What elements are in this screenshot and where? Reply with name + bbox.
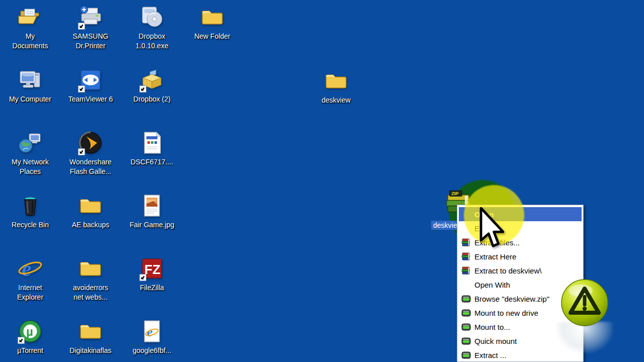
desktop-icon-my-computer[interactable]: My Computer — [2, 67, 58, 104]
desktop-icon-label: avoiderrorsnet webs... — [73, 283, 108, 302]
shortcut-arrow-icon — [78, 23, 85, 30]
menu-item-quick-mount[interactable]: Quick mount — [457, 334, 583, 348]
label-line: DSCF6717.... — [131, 157, 174, 167]
folder-icon — [199, 4, 225, 30]
label-line: net webs... — [73, 293, 108, 302]
menu-item-label: Extract to deskview\ — [474, 266, 541, 275]
menu-item-label: Extract Here — [474, 252, 516, 261]
desktop-icon-utorrent[interactable]: µµTorrent — [2, 318, 58, 355]
image-file-icon — [139, 193, 165, 219]
label-line: Digitakinaflas — [69, 346, 111, 355]
desktop-icon-my-network-places[interactable]: My NetworkPlaces — [2, 130, 58, 176]
virtual-drive-icon — [461, 350, 474, 359]
utorrent-icon: µ — [17, 318, 43, 344]
label-line: Flash Galle... — [69, 167, 112, 176]
desktop-icon-label: AE backups — [72, 220, 110, 230]
label-line: Dr.Printer — [73, 41, 109, 51]
desktop-icon-wondershare-flash-gallery[interactable]: WondershareFlash Galle... — [62, 130, 119, 176]
recycle-icon — [17, 193, 43, 219]
label-line: TeamViewer 6 — [68, 95, 113, 104]
desktop-icon-digitakinaflas[interactable]: Digitakinaflas — [62, 318, 119, 355]
menu-item-label: Browse "deskview.zip" — [474, 295, 549, 303]
menu-item-label: Open With — [474, 281, 510, 289]
desktop-icon-label: My Computer — [9, 95, 51, 104]
svg-text:ZIP: ZIP — [451, 191, 458, 196]
label-line: Wondershare — [69, 157, 112, 167]
label-line: FileZilla — [140, 283, 164, 293]
desktop-icon-ae-backups[interactable]: AE backups — [62, 193, 119, 230]
desktop-icon-dscf6717[interactable]: DSCF6717.... — [124, 130, 180, 167]
desktop-icon-dropbox-installer[interactable]: Dropbox1.0.10.exe — [124, 4, 180, 51]
desktop-icon-label: Digitakinaflas — [69, 346, 111, 355]
menu-item-label: Mount to... — [474, 323, 510, 331]
desktop-icon-avoiderrors-net-website[interactable]: avoiderrorsnet webs... — [62, 255, 119, 302]
menu-item-open[interactable]: Open — [459, 207, 582, 221]
menu-item-label: Extract files... — [474, 238, 520, 247]
label-line: New Folder — [194, 32, 230, 41]
shortcut-arrow-icon — [78, 148, 85, 155]
menu-item-label: Quick mount — [474, 337, 517, 345]
desktop-icon-my-documents[interactable]: MyDocuments — [2, 4, 58, 51]
label-line: Dropbox (2) — [133, 95, 171, 104]
menu-item-extract-files[interactable]: Extract files... — [457, 235, 583, 249]
label-line: avoiderrors — [73, 283, 108, 293]
label-line: Fair Game.jpg — [130, 220, 175, 230]
folder-icon — [323, 68, 349, 94]
desktop-icon-label: Fair Game.jpg — [130, 220, 175, 230]
desktop-icon-new-folder[interactable]: New Folder — [184, 4, 240, 41]
winrar-archive-icon — [461, 238, 474, 247]
label-line: My — [13, 32, 48, 41]
virtual-drive-icon — [461, 308, 474, 317]
desktop-icon-label: µTorrent — [17, 346, 43, 355]
desktop-icon-label: New Folder — [194, 32, 230, 41]
virtual-drive-icon — [461, 294, 474, 303]
desktop-icon-fair-game-jpg[interactable]: Fair Game.jpg — [124, 193, 180, 230]
menu-item-extract-to-deskview[interactable]: Extract to deskview\ — [457, 263, 583, 278]
menu-item-spacer — [461, 280, 474, 289]
winrar-archive-icon — [461, 266, 474, 275]
menu-item-extract[interactable]: Extract ... — [457, 348, 583, 362]
desktop-icon-label: My NetworkPlaces — [12, 157, 49, 176]
dropbox-open-icon — [139, 67, 165, 93]
menu-item-extract-here[interactable]: Extract Here — [457, 249, 583, 263]
menu-item-explore[interactable]: Explore — [457, 221, 583, 235]
desktop-icon-label: deskview — [321, 96, 351, 105]
label-line: 1.0.10.exe — [135, 41, 168, 51]
svg-text:µ: µ — [26, 325, 33, 338]
label-line: Documents — [13, 41, 48, 51]
desktop-icon-label: DSCF6717.... — [131, 157, 174, 167]
label-line: Explorer — [17, 293, 43, 302]
desktop-icon-filezilla[interactable]: FZFileZilla — [124, 255, 180, 293]
menu-item-label: Open — [474, 210, 494, 219]
desktop-icon-label: InternetExplorer — [17, 283, 43, 302]
label-line: My Network — [12, 157, 49, 167]
warning-triangle-icon — [560, 279, 609, 327]
desktop-icon-label: FileZilla — [140, 283, 164, 293]
computer-icon — [17, 67, 43, 93]
menu-item-spacer — [461, 224, 474, 233]
shortcut-arrow-icon — [18, 337, 25, 344]
folder-open-icon — [17, 4, 43, 30]
filezilla-icon: FZ — [139, 255, 165, 282]
teamviewer-icon — [77, 67, 104, 93]
desktop-icon-label: google6fbf... — [132, 346, 171, 355]
desktop-icon-samsung-dr-printer[interactable]: SAMSUNGDr.Printer — [62, 4, 119, 51]
desktop-icon-deskview-folder[interactable]: deskview — [308, 68, 364, 105]
desktop-icon-teamviewer-6[interactable]: TeamViewer 6 — [62, 67, 119, 104]
label-line: µTorrent — [17, 346, 43, 355]
folder-icon — [77, 255, 104, 282]
ie-icon: e — [17, 255, 43, 282]
desktop-icon-label: TeamViewer 6 — [68, 95, 113, 104]
shortcut-arrow-icon — [78, 85, 85, 93]
desktop-icon-label: Recycle Bin — [12, 220, 49, 230]
desktop-icon-internet-explorer[interactable]: eInternetExplorer — [2, 255, 58, 302]
label-line: AE backups — [72, 220, 110, 230]
svg-text:e: e — [22, 256, 32, 281]
desktop-icon-label: WondershareFlash Galle... — [69, 157, 112, 176]
desktop-icon-google6fbf[interactable]: egoogle6fbf... — [124, 318, 180, 355]
desktop-icon-recycle-bin[interactable]: Recycle Bin — [2, 193, 58, 230]
label-line: Dropbox — [135, 32, 168, 41]
desktop-icon-dropbox-2[interactable]: Dropbox (2) — [124, 67, 180, 104]
svg-text:FZ: FZ — [144, 262, 160, 277]
menu-item-label: Mount to new drive — [474, 309, 538, 317]
